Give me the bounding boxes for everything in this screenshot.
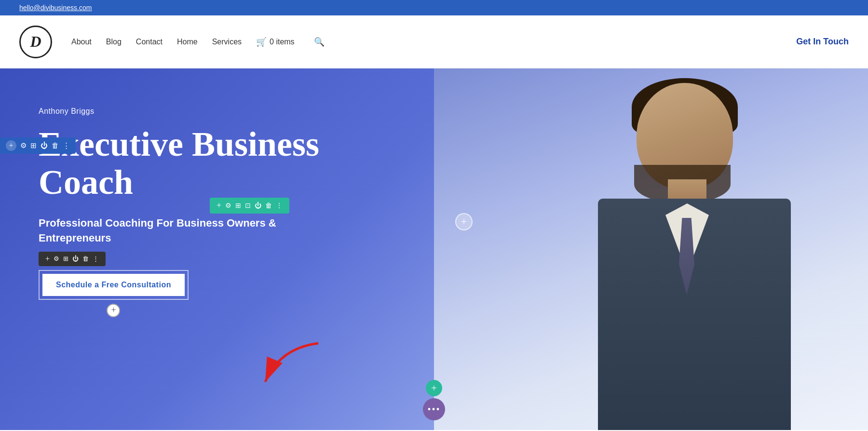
module-power-icon[interactable]: ⏻: [255, 202, 261, 210]
cart-area[interactable]: 🛒 0 items: [256, 37, 295, 47]
nav-home[interactable]: Home: [177, 38, 198, 46]
button-container: + ⚙ ⊞ ⏻ 🗑 ⋮ Schedule a Free Consultation…: [39, 270, 189, 300]
nav-blog[interactable]: Blog: [106, 38, 122, 46]
hero-section: Anthony Briggs + ⚙ ⊞ ⊡ ⏻ 🗑 ⋮ Executive B…: [0, 68, 868, 430]
more-options-button[interactable]: •••: [423, 398, 445, 420]
section-trash-icon[interactable]: 🗑: [52, 142, 59, 150]
hero-author: Anthony Briggs: [39, 107, 347, 116]
module-add-icon[interactable]: +: [217, 201, 221, 211]
btn-duplicate-icon[interactable]: ⊞: [63, 255, 68, 263]
add-row-button[interactable]: +: [426, 380, 442, 396]
logo-circle: D: [19, 26, 52, 58]
main-nav: About Blog Contact Home Services 🛒 0 ite…: [71, 37, 796, 47]
hero-title: Executive Business Coach: [39, 125, 347, 202]
hero-photo-bg: [434, 68, 868, 430]
cart-count: 0 items: [270, 38, 295, 46]
add-column-button[interactable]: +: [107, 304, 120, 317]
module-grid-icon[interactable]: ⊡: [245, 202, 251, 210]
section-add-icon[interactable]: +: [6, 140, 16, 151]
man-figure: [550, 68, 839, 430]
nav-services[interactable]: Services: [212, 38, 242, 46]
btn-settings-icon[interactable]: ⚙: [54, 255, 59, 263]
module-more-icon[interactable]: ⋮: [276, 202, 283, 210]
module-trash-icon[interactable]: 🗑: [265, 202, 272, 210]
cta-button[interactable]: Schedule a Free Consultation: [42, 274, 185, 296]
nav-contact[interactable]: Contact: [136, 38, 163, 46]
search-icon: 🔍: [314, 37, 325, 47]
more-options-dots: •••: [427, 404, 440, 415]
email-link[interactable]: hello@divibusiness.com: [19, 4, 92, 12]
hero-content: Anthony Briggs + ⚙ ⊞ ⊡ ⏻ 🗑 ⋮ Executive B…: [0, 68, 386, 300]
section-more-icon[interactable]: ⋮: [63, 141, 70, 150]
btn-more-icon[interactable]: ⋮: [93, 255, 99, 263]
section-duplicate-icon[interactable]: ⊞: [30, 141, 37, 150]
cta-button-wrap: Schedule a Free Consultation: [39, 270, 189, 300]
module-toolbar-title: + ⚙ ⊞ ⊡ ⏻ 🗑 ⋮: [210, 198, 289, 214]
hero-photo: [434, 68, 868, 430]
search-button[interactable]: 🔍: [314, 37, 325, 47]
btn-add-icon[interactable]: +: [45, 255, 50, 263]
top-bar: hello@divibusiness.com: [0, 0, 868, 15]
section-toolbar-top: + ⚙ ⊞ ⏻ 🗑 ⋮: [0, 137, 76, 154]
get-in-touch-link[interactable]: Get In Touch: [796, 37, 849, 47]
cart-icon: 🛒: [256, 37, 267, 47]
header: D About Blog Contact Home Services 🛒 0 i…: [0, 15, 868, 68]
btn-trash-icon[interactable]: 🗑: [82, 255, 89, 263]
section-settings-icon[interactable]: ⚙: [20, 141, 27, 150]
btn-power-icon[interactable]: ⏻: [72, 255, 79, 263]
logo[interactable]: D: [19, 26, 52, 58]
module-settings-icon[interactable]: ⚙: [225, 202, 231, 210]
red-arrow: [251, 338, 328, 393]
add-section-right-button[interactable]: +: [455, 213, 473, 230]
section-power-icon[interactable]: ⏻: [41, 142, 48, 150]
hero-description: Professional Coaching For Business Owner…: [39, 216, 347, 246]
module-duplicate-icon[interactable]: ⊞: [235, 202, 241, 210]
nav-about[interactable]: About: [71, 38, 92, 46]
button-module-toolbar: + ⚙ ⊞ ⏻ 🗑 ⋮: [39, 252, 106, 266]
